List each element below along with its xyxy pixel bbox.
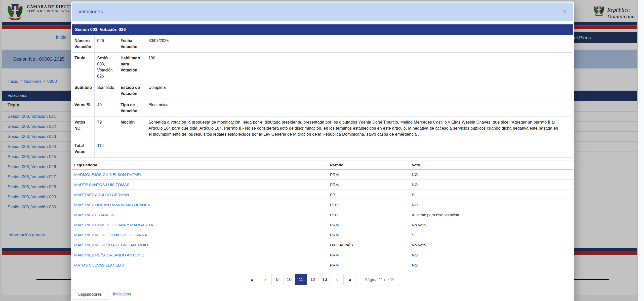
legislator-voto-cell: No Voto (409, 240, 573, 250)
page-button-first[interactable]: « (246, 274, 259, 285)
modal-header: Votaciones ✕ (72, 3, 573, 21)
legislator-row: MATOS CUEVAS LLANELISPRMNO (72, 260, 573, 270)
page-button-13[interactable]: 13 (319, 274, 331, 285)
legislator-row: MARTÍNEZ MORILLO MILLYS JOHANNAPRMSI (72, 230, 573, 240)
legislator-link[interactable]: MARTE SANTOS LUIS TOMÁS (74, 182, 129, 187)
legislator-row: MARTÍNEZ ARAUJO GERMÁNFPSI (72, 190, 573, 200)
legislator-link[interactable]: MARTÍNEZ MORONTA PEDRO ANTONIO (74, 243, 148, 247)
page-button-9[interactable]: 9 (271, 274, 284, 285)
detail-value: Completa (146, 82, 573, 99)
legislators-table-body: MARMOLEJOS GIL NELSON RAFAELPRMNOMARTE S… (72, 170, 573, 270)
details-row: SubtituloSometidoEstado de VotaciónCompl… (72, 82, 573, 99)
legislator-link[interactable]: MARTÍNEZ GÓMEZ JOHANNY MARGARITA (74, 223, 153, 227)
details-row: Votos SI40Tipo de VotaciónElectrónica (72, 99, 573, 117)
page-button-12[interactable]: 12 (307, 274, 319, 285)
vertical-scrollbar[interactable] (638, 0, 644, 301)
legislator-name-cell: MARTÍNEZ DURÁN RAMÓN MAYOBANEX (72, 200, 328, 210)
legislator-link[interactable]: MATOS CUEVAS LLANELIS (74, 263, 124, 267)
detail-label (118, 140, 146, 158)
legislator-voto-cell: Ausente para esta votación (409, 210, 573, 220)
legislator-partido-cell: PRM (328, 180, 409, 190)
legislators-column-header: Legislador/a (72, 161, 328, 170)
details-row: TítuloSesión 003, Votación 026Habilitado… (72, 53, 573, 82)
pagination: «‹910111213›» Página 11 de 19 (72, 274, 573, 285)
legislator-partido-cell: PLD (328, 200, 409, 210)
votacion-details-table: Número Votación026Fecha Votación30/07/20… (72, 35, 573, 158)
detail-label: Tipo de Votación (118, 99, 146, 117)
legislator-voto-cell: SI (409, 230, 573, 240)
legislator-row: MARTÍNEZ GÓMEZ JOHANNY MARGARITAPRMNo Vo… (72, 220, 573, 230)
legislator-name-cell: MATOS CUEVAS LLANELIS (72, 260, 328, 270)
legislator-voto-cell: SI (409, 190, 573, 200)
page-button-prev[interactable]: ‹ (259, 274, 272, 285)
legislator-row: MARTÍNEZ FRANKLINPLDAusente para esta vo… (72, 210, 573, 220)
pagination-buttons: «‹910111213›» (246, 274, 356, 285)
legislator-voto-cell: NO (409, 260, 573, 270)
detail-value: Sometido (95, 82, 118, 99)
page-button-last[interactable]: » (343, 274, 356, 285)
legislator-voto-cell: NO (409, 250, 573, 260)
details-table-body: Número Votación026Fecha Votación30/07/20… (72, 35, 573, 158)
legislator-partido-cell: PRM (328, 170, 409, 180)
legislator-partido-cell: PRM (328, 250, 409, 260)
tab-legisladores[interactable]: Legisladores (72, 289, 108, 300)
legislator-name-cell: MARTÍNEZ PEÑA ORLANDO ANTONIO (72, 250, 328, 260)
legislators-table: Legislador/aPartidoVoto MARMOLEJOS GIL N… (72, 161, 573, 270)
page-button-10[interactable]: 10 (283, 274, 295, 285)
legislators-column-header: Partido (328, 161, 409, 170)
detail-value: 190 (146, 53, 573, 82)
legislator-partido-cell: DXC-ALPAÍS (328, 240, 409, 250)
legislator-name-cell: MARTÍNEZ ARAUJO GERMÁN (72, 190, 328, 200)
detail-label: Habilitado para Votación (118, 53, 146, 82)
legislator-voto-cell: NO (409, 180, 573, 190)
legislator-partido-cell: PRM (328, 230, 409, 240)
modal-tabs: LegisladoresIniciativas (72, 289, 573, 300)
legislator-partido-cell: PRM (328, 220, 409, 230)
page-button-11[interactable]: 11 (295, 274, 307, 285)
legislator-link[interactable]: MARTÍNEZ PEÑA ORLANDO ANTONIO (74, 253, 144, 257)
detail-label: Votos SI (72, 99, 95, 117)
legislator-row: MARMOLEJOS GIL NELSON RAFAELPRMNO (72, 170, 573, 180)
legislator-row: MARTE SANTOS LUIS TOMÁSPRMNO (72, 180, 573, 190)
detail-label: Votos NO (72, 117, 95, 140)
detail-label: Total Votos (72, 140, 95, 158)
detail-label: Título (72, 53, 95, 82)
detail-label: Estado de Votación (118, 82, 146, 99)
page-button-next[interactable]: › (331, 274, 344, 285)
legislator-name-cell: MARTÍNEZ GÓMEZ JOHANNY MARGARITA (72, 220, 328, 230)
details-row: Total Votos119 (72, 140, 573, 158)
tab-iniciativas[interactable]: Iniciativas (108, 289, 136, 299)
legislator-name-cell: MARTE SANTOS LUIS TOMÁS (72, 180, 328, 190)
legislators-column-header: Voto (409, 161, 573, 170)
pagination-info: Página 11 de 19 (360, 274, 399, 285)
detail-value: 119 (95, 140, 118, 158)
legislator-voto-cell: NO (409, 170, 573, 180)
detail-label: Número Votación (72, 35, 95, 53)
detail-value: 026 (95, 35, 118, 53)
legislator-row: MARTÍNEZ PEÑA ORLANDO ANTONIOPRMNO (72, 250, 573, 260)
legislators-header-row: Legislador/aPartidoVoto (72, 161, 573, 170)
detail-label: Moción (118, 117, 146, 140)
votacion-caption-text: Sesión 003, Votación 026 (75, 27, 126, 32)
legislator-partido-cell: FP (328, 190, 409, 200)
legislator-partido-cell: PLD (328, 210, 409, 220)
details-row: Número Votación026Fecha Votación30/07/20… (72, 35, 573, 53)
screen: CÁMARA DE DIPUTADOS REPÚBLICA DOMINICANA… (0, 0, 644, 301)
legislator-partido-cell: PRM (328, 260, 409, 270)
close-icon[interactable]: ✕ (562, 9, 567, 14)
legislator-link[interactable]: MARTÍNEZ ARAUJO GERMÁN (74, 193, 129, 197)
votaciones-modal: Votaciones ✕ Sesión 003, Votación 026 Nú… (71, 2, 574, 301)
legislator-voto-cell: NO (409, 200, 573, 210)
legislator-link[interactable]: MARMOLEJOS GIL NELSON RAFAEL (74, 172, 142, 177)
detail-value: Electrónica (146, 99, 573, 117)
legislator-link[interactable]: MARTÍNEZ DURÁN RAMÓN MAYOBANEX (74, 203, 150, 207)
legislator-name-cell: MARMOLEJOS GIL NELSON RAFAEL (72, 170, 328, 180)
modal-title: Votaciones (78, 9, 103, 15)
legislator-row: MARTÍNEZ DURÁN RAMÓN MAYOBANEXPLDNO (72, 200, 573, 210)
detail-label: Fecha Votación (118, 35, 146, 53)
legislator-link[interactable]: MARTÍNEZ MORILLO MILLYS JOHANNA (74, 233, 147, 237)
legislator-link[interactable]: MARTÍNEZ FRANKLIN (74, 213, 114, 217)
detail-label: Subtitulo (72, 82, 95, 99)
legislator-row: MARTÍNEZ MORONTA PEDRO ANTONIODXC-ALPAÍS… (72, 240, 573, 250)
legislator-voto-cell: No Voto (409, 220, 573, 230)
